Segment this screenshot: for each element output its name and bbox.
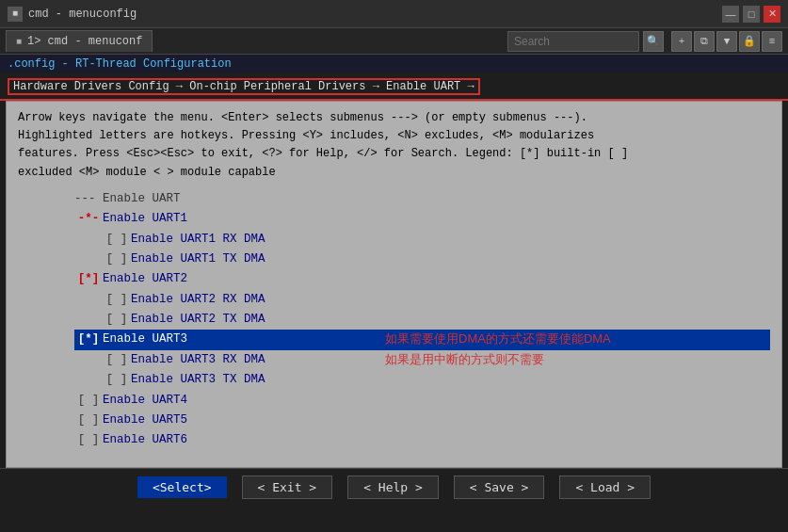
minimize-button[interactable]: — [722,6,739,23]
window-title: cmd - menuconfig [28,8,722,21]
item-label: Enable UART1 RX DMA [131,231,265,249]
select-button[interactable]: <Select> [137,476,227,498]
item-label: Enable UART1 TX DMA [131,250,265,268]
main-content: Arrow keys navigate the menu. <Enter> se… [6,101,782,468]
item-marker: [ ] [74,431,103,449]
menu-item[interactable]: [ ] Enable UART1 RX DMA [103,230,770,250]
item-marker: -*- [74,210,103,228]
load-button[interactable]: < Load > [559,476,651,499]
item-label: Enable UART2 RX DMA [131,291,265,309]
item-marker: [ ] [103,291,131,309]
search-area: 🔍 + ⧉ ▼ 🔒 ≡ [507,31,782,52]
item-label: Enable UART5 [103,411,187,429]
menu-header-label: --- Enable UART [74,190,181,208]
item-marker: [*] [74,270,103,288]
menu-icon[interactable]: ≡ [762,31,782,52]
search-button[interactable]: 🔍 [643,31,664,52]
item-marker: [ ] [103,351,131,369]
help-line1: Arrow keys navigate the menu. <Enter> se… [18,109,770,127]
menu-item[interactable]: [ ] Enable UART6 [74,430,770,450]
menu-item[interactable]: -*- Enable UART1 [74,209,770,229]
title-bar: ■ cmd - menuconfig — □ ✕ [0,0,788,28]
config-title-bar: .config - RT-Thread Configuration [0,55,788,73]
menu-item[interactable]: [*] Enable UART2 [74,269,770,289]
menu-item[interactable]: [ ] Enable UART2 RX DMA [103,290,770,310]
breadcrumb: Hardware Drivers Config → On-chip Periph… [8,78,480,95]
menu-item[interactable]: [ ] Enable UART3 TX DMA [103,370,770,390]
tab-bar: ■ 1> cmd - menuconf 🔍 + ⧉ ▼ 🔒 ≡ [0,28,788,55]
help-line2: Highlighted letters are hotkeys. Pressin… [18,127,770,145]
item-label: Enable UART4 [103,392,187,410]
tab-label: 1> cmd - menuconf [27,35,142,48]
split-icon[interactable]: ⧉ [694,31,715,52]
help-button[interactable]: < Help > [347,476,439,499]
menu-header: --- Enable UART [74,189,770,209]
item-label: Enable UART3 RX DMA [131,351,265,369]
config-title: .config - RT-Thread Configuration [8,57,232,71]
item-marker: [ ] [74,392,103,410]
item-label: Enable UART2 TX DMA [131,311,265,329]
menu-item[interactable]: [*] Enable UART3 如果需要使用DMA的方式还需要使能DMA [74,330,770,349]
close-button[interactable]: ✕ [764,6,780,23]
item-marker: [ ] [103,371,131,389]
item-marker: [ ] [103,311,131,329]
tab-icon: ■ [16,37,22,47]
item-marker: [ ] [74,411,103,429]
menu-list: --- Enable UART -*- Enable UART1 [ ] Ena… [18,189,770,451]
menu-item[interactable]: [ ] Enable UART4 [74,391,770,411]
menu-item[interactable]: [ ] Enable UART5 [74,411,770,430]
bottom-bar: <Select> < Exit > < Help > < Save > < Lo… [0,468,788,506]
item-label: Enable UART1 [103,210,187,228]
exit-button[interactable]: < Exit > [242,476,333,499]
item-annotation: 如果是用中断的方式则不需要 [385,350,544,369]
breadcrumb-bar: Hardware Drivers Config → On-chip Periph… [0,73,788,101]
save-button[interactable]: < Save > [454,476,545,499]
item-marker: [ ] [103,231,131,249]
menu-item[interactable]: [ ] Enable UART1 TX DMA [103,250,770,269]
search-input[interactable] [507,31,639,52]
help-text: Arrow keys navigate the menu. <Enter> se… [18,109,770,182]
app-icon: ■ [8,7,23,22]
help-line3: features. Press <Esc><Esc> to exit, <?> … [18,145,770,163]
item-label: Enable UART6 [103,431,187,449]
item-marker: [*] [74,330,103,348]
add-icon[interactable]: + [671,31,692,52]
active-tab[interactable]: ■ 1> cmd - menuconf [6,30,153,52]
menu-item[interactable]: [ ] Enable UART2 TX DMA [103,310,770,330]
item-label: Enable UART3 [103,330,187,348]
item-annotation: 如果需要使用DMA的方式还需要使能DMA [385,330,611,348]
item-label: Enable UART3 TX DMA [131,371,265,389]
help-line4: excluded <M> module < > module capable [18,164,770,182]
maximize-button[interactable]: □ [743,6,760,23]
item-marker: [ ] [103,250,131,268]
window-controls: — □ ✕ [722,6,780,23]
dropdown-icon[interactable]: ▼ [716,31,737,52]
item-label: Enable UART2 [103,270,187,288]
menu-item[interactable]: [ ] Enable UART3 RX DMA 如果是用中断的方式则不需要 [103,350,770,370]
lock-icon[interactable]: 🔒 [739,31,760,52]
